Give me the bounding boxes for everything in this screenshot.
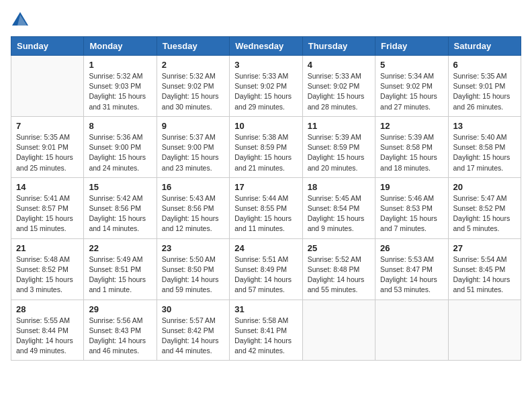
calendar-cell: 21Sunrise: 5:48 AMSunset: 8:52 PMDayligh…: [11, 238, 84, 300]
sunrise-text: Sunrise: 5:40 AM: [453, 133, 507, 141]
calendar-week-3: 21Sunrise: 5:48 AMSunset: 8:52 PMDayligh…: [11, 238, 521, 300]
calendar-cell: 3Sunrise: 5:33 AMSunset: 9:02 PMDaylight…: [230, 56, 302, 117]
sunset-text: Sunset: 8:58 PM: [380, 143, 433, 151]
daylight-text: Daylight: 15 hours and 31 minutes.: [89, 92, 146, 110]
sunset-text: Sunset: 9:00 PM: [89, 143, 141, 151]
sunset-text: Sunset: 8:56 PM: [89, 204, 141, 212]
calendar-cell: 9Sunrise: 5:37 AMSunset: 9:00 PMDaylight…: [157, 116, 229, 177]
day-detail: Sunrise: 5:35 AMSunset: 9:01 PMDaylight:…: [16, 132, 79, 173]
day-detail: Sunrise: 5:43 AMSunset: 8:56 PMDaylight:…: [162, 193, 224, 234]
day-number: 25: [308, 243, 370, 253]
day-number: 5: [380, 60, 443, 70]
day-number: 19: [380, 182, 443, 192]
daylight-text: Daylight: 15 hours and 15 minutes.: [16, 214, 73, 232]
sunrise-text: Sunrise: 5:37 AM: [162, 133, 216, 141]
day-detail: Sunrise: 5:56 AMSunset: 8:43 PMDaylight:…: [89, 316, 151, 357]
calendar-cell: 27Sunrise: 5:54 AMSunset: 8:45 PMDayligh…: [448, 238, 521, 300]
day-number: 10: [234, 121, 297, 131]
day-detail: Sunrise: 5:49 AMSunset: 8:51 PMDaylight:…: [89, 255, 151, 295]
logo: [11, 11, 31, 30]
sunset-text: Sunset: 8:55 PM: [234, 204, 287, 212]
day-detail: Sunrise: 5:34 AMSunset: 9:02 PMDaylight:…: [380, 71, 443, 112]
page-header: [11, 11, 521, 30]
calendar-cell: 13Sunrise: 5:40 AMSunset: 8:58 PMDayligh…: [448, 116, 521, 177]
calendar-cell: 28Sunrise: 5:55 AMSunset: 8:44 PMDayligh…: [11, 300, 84, 361]
day-detail: Sunrise: 5:32 AMSunset: 9:02 PMDaylight:…: [162, 71, 224, 112]
sunset-text: Sunset: 9:00 PM: [162, 143, 214, 151]
day-detail: Sunrise: 5:35 AMSunset: 9:01 PMDaylight:…: [453, 71, 516, 112]
sunrise-text: Sunrise: 5:57 AM: [162, 316, 216, 324]
day-number: 28: [16, 304, 79, 314]
day-number: 16: [162, 182, 224, 192]
calendar-cell: 2Sunrise: 5:32 AMSunset: 9:02 PMDaylight…: [157, 56, 229, 117]
calendar-cell: 30Sunrise: 5:57 AMSunset: 8:42 PMDayligh…: [157, 300, 229, 361]
calendar-cell: 15Sunrise: 5:42 AMSunset: 8:56 PMDayligh…: [84, 177, 157, 238]
sunrise-text: Sunrise: 5:52 AM: [308, 255, 361, 263]
daylight-text: Daylight: 15 hours and 3 minutes.: [16, 275, 73, 293]
sunrise-text: Sunrise: 5:56 AM: [89, 316, 142, 324]
daylight-text: Daylight: 15 hours and 27 minutes.: [380, 92, 437, 110]
calendar-cell: 26Sunrise: 5:53 AMSunset: 8:47 PMDayligh…: [375, 238, 448, 300]
daylight-text: Daylight: 15 hours and 9 minutes.: [308, 214, 365, 232]
day-number: 6: [453, 60, 516, 70]
calendar-cell: 10Sunrise: 5:38 AMSunset: 8:59 PMDayligh…: [230, 116, 302, 177]
sunset-text: Sunset: 8:52 PM: [453, 204, 506, 212]
calendar-cell: 4Sunrise: 5:33 AMSunset: 9:02 PMDaylight…: [302, 56, 375, 117]
daylight-text: Daylight: 14 hours and 59 minutes.: [162, 275, 219, 293]
column-header-saturday: Saturday: [448, 37, 521, 56]
sunset-text: Sunset: 9:02 PM: [234, 82, 287, 90]
day-number: 12: [380, 121, 443, 131]
sunset-text: Sunset: 8:56 PM: [162, 204, 214, 212]
day-detail: Sunrise: 5:47 AMSunset: 8:52 PMDaylight:…: [453, 193, 516, 234]
daylight-text: Daylight: 15 hours and 1 minute.: [89, 275, 146, 293]
sunrise-text: Sunrise: 5:43 AM: [162, 194, 216, 202]
day-detail: Sunrise: 5:45 AMSunset: 8:54 PMDaylight:…: [308, 193, 370, 234]
calendar-cell: [375, 300, 448, 361]
sunrise-text: Sunrise: 5:38 AM: [234, 133, 288, 141]
sunset-text: Sunset: 9:02 PM: [380, 82, 433, 90]
calendar-cell: 14Sunrise: 5:41 AMSunset: 8:57 PMDayligh…: [11, 177, 84, 238]
day-detail: Sunrise: 5:54 AMSunset: 8:45 PMDaylight:…: [453, 255, 516, 295]
day-detail: Sunrise: 5:48 AMSunset: 8:52 PMDaylight:…: [16, 255, 79, 295]
calendar-week-0: 1Sunrise: 5:32 AMSunset: 9:03 PMDaylight…: [11, 56, 521, 117]
sunset-text: Sunset: 8:57 PM: [16, 204, 69, 212]
sunrise-text: Sunrise: 5:55 AM: [16, 316, 70, 324]
day-number: 8: [89, 121, 151, 131]
calendar-cell: 29Sunrise: 5:56 AMSunset: 8:43 PMDayligh…: [84, 300, 157, 361]
column-header-thursday: Thursday: [302, 37, 375, 56]
daylight-text: Daylight: 15 hours and 28 minutes.: [308, 92, 365, 110]
day-number: 9: [162, 121, 224, 131]
day-number: 23: [162, 243, 224, 253]
sunrise-text: Sunrise: 5:44 AM: [234, 194, 288, 202]
sunrise-text: Sunrise: 5:39 AM: [308, 133, 361, 141]
calendar-cell: [302, 300, 375, 361]
sunset-text: Sunset: 9:01 PM: [453, 82, 506, 90]
daylight-text: Daylight: 14 hours and 51 minutes.: [453, 275, 511, 293]
daylight-text: Daylight: 14 hours and 44 minutes.: [162, 336, 219, 355]
daylight-text: Daylight: 15 hours and 30 minutes.: [162, 92, 219, 110]
day-detail: Sunrise: 5:51 AMSunset: 8:49 PMDaylight:…: [234, 255, 297, 295]
calendar-cell: 23Sunrise: 5:50 AMSunset: 8:50 PMDayligh…: [157, 238, 229, 300]
day-detail: Sunrise: 5:36 AMSunset: 9:00 PMDaylight:…: [89, 132, 151, 173]
sunset-text: Sunset: 8:43 PM: [89, 326, 141, 334]
calendar-cell: 22Sunrise: 5:49 AMSunset: 8:51 PMDayligh…: [84, 238, 157, 300]
day-number: 4: [308, 60, 370, 70]
sunset-text: Sunset: 9:02 PM: [162, 82, 214, 90]
sunset-text: Sunset: 8:47 PM: [380, 265, 433, 273]
day-detail: Sunrise: 5:44 AMSunset: 8:55 PMDaylight:…: [234, 193, 297, 234]
day-number: 31: [234, 304, 297, 314]
daylight-text: Daylight: 15 hours and 25 minutes.: [16, 153, 73, 171]
calendar-cell: 16Sunrise: 5:43 AMSunset: 8:56 PMDayligh…: [157, 177, 229, 238]
daylight-text: Daylight: 15 hours and 12 minutes.: [162, 214, 219, 232]
day-detail: Sunrise: 5:39 AMSunset: 8:58 PMDaylight:…: [380, 132, 443, 173]
sunrise-text: Sunrise: 5:54 AM: [453, 255, 507, 263]
calendar-week-1: 7Sunrise: 5:35 AMSunset: 9:01 PMDaylight…: [11, 116, 521, 177]
day-number: 18: [308, 182, 370, 192]
day-detail: Sunrise: 5:32 AMSunset: 9:03 PMDaylight:…: [89, 71, 151, 112]
calendar-cell: 19Sunrise: 5:46 AMSunset: 8:53 PMDayligh…: [375, 177, 448, 238]
sunset-text: Sunset: 8:58 PM: [453, 143, 506, 151]
day-detail: Sunrise: 5:39 AMSunset: 8:59 PMDaylight:…: [308, 132, 370, 173]
day-detail: Sunrise: 5:42 AMSunset: 8:56 PMDaylight:…: [89, 193, 151, 234]
calendar-cell: 31Sunrise: 5:58 AMSunset: 8:41 PMDayligh…: [230, 300, 302, 361]
daylight-text: Daylight: 14 hours and 53 minutes.: [380, 275, 437, 293]
